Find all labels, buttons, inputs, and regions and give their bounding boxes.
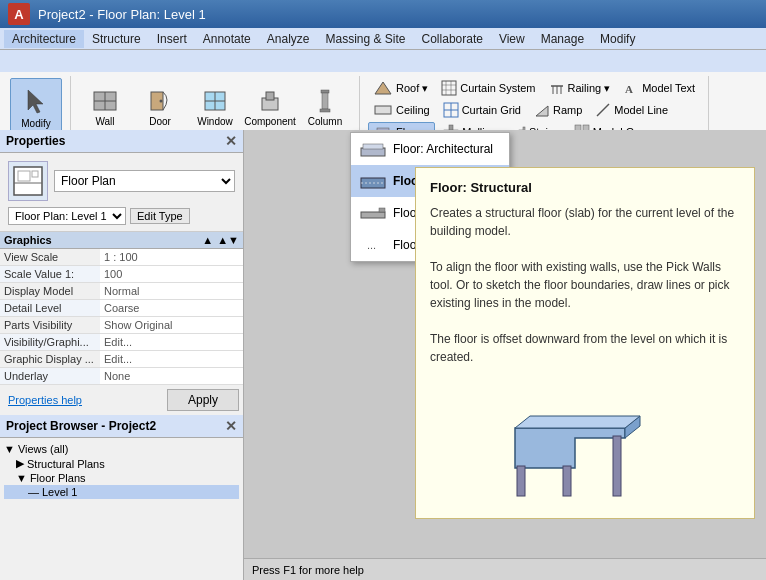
left-panel: Properties ✕ Floor Plan Floor Plan: Leve… <box>0 130 244 580</box>
svg-text:...: ... <box>367 239 376 251</box>
svg-rect-15 <box>442 81 456 95</box>
floor-plan-icon <box>8 161 48 201</box>
curtain-grid-button[interactable]: Curtain Grid <box>438 100 526 120</box>
svg-rect-46 <box>361 212 385 218</box>
model-text-button[interactable]: A Model Text <box>618 78 700 98</box>
properties-table: View Scale1 : 100Scale Value 1:100Displa… <box>0 249 243 385</box>
browser-content: ▼ Views (all)▶ Structural Plans▼ Floor P… <box>0 438 243 580</box>
svg-marker-49 <box>515 428 625 468</box>
table-row: Scale Value 1:100 <box>0 266 243 283</box>
properties-header: Properties ✕ <box>0 130 243 153</box>
curtain-system-button[interactable]: Curtain System <box>436 78 540 98</box>
roof-button[interactable]: Roof ▾ <box>368 78 433 98</box>
svg-marker-14 <box>375 82 391 94</box>
tooltip-body: Creates a structural floor (slab) for th… <box>430 204 740 366</box>
menu-modify[interactable]: Modify <box>592 30 643 48</box>
menu-massing[interactable]: Massing & Site <box>317 30 413 48</box>
properties-footer: Properties help Apply <box>0 385 243 415</box>
menu-architecture[interactable]: Architecture <box>4 30 84 48</box>
window-button[interactable]: Window <box>189 78 241 136</box>
tooltip-image <box>430 378 740 508</box>
table-row: UnderlayNone <box>0 368 243 385</box>
svg-rect-50 <box>517 466 525 496</box>
svg-rect-12 <box>322 93 328 109</box>
properties-help-link[interactable]: Properties help <box>4 391 86 409</box>
menu-bar: Architecture Structure Insert Annotate A… <box>0 28 766 50</box>
svg-rect-13 <box>320 109 330 112</box>
title-bar: A Project2 - Floor Plan: Level 1 <box>0 0 766 28</box>
ramp-button[interactable]: Ramp <box>529 100 587 120</box>
app-title: Project2 - Floor Plan: Level 1 <box>38 7 206 22</box>
menu-analyze[interactable]: Analyze <box>259 30 318 48</box>
list-item[interactable]: ▼ Floor Plans <box>4 471 239 485</box>
svg-rect-11 <box>321 90 329 93</box>
menu-insert[interactable]: Insert <box>149 30 195 48</box>
table-row: Visibility/Graphi...Edit... <box>0 334 243 351</box>
menu-manage[interactable]: Manage <box>533 30 592 48</box>
properties-close-button[interactable]: ✕ <box>225 133 237 149</box>
browser-header: Project Browser - Project2 ✕ <box>0 415 243 438</box>
list-item[interactable]: ▼ Views (all) <box>4 442 239 456</box>
prop-type-selector: Floor Plan <box>4 157 239 205</box>
menu-annotate[interactable]: Annotate <box>195 30 259 48</box>
level-select[interactable]: Floor Plan: Level 1 <box>8 207 126 225</box>
tooltip-panel: Floor: Structural Creates a structural f… <box>415 167 755 519</box>
wall-button[interactable]: Wall <box>79 78 131 136</box>
railing-button[interactable]: Railing ▾ <box>544 78 616 98</box>
graphics-scroll-down[interactable]: ▼ <box>228 234 239 246</box>
modify-button[interactable]: Modify <box>10 78 62 136</box>
ceiling-button[interactable]: Ceiling <box>368 100 435 120</box>
tooltip-title: Floor: Structural <box>430 178 740 198</box>
table-row: View Scale1 : 100 <box>0 249 243 266</box>
list-item[interactable]: ▶ Structural Plans <box>4 456 239 471</box>
column-button[interactable]: Column <box>299 78 351 136</box>
table-row: Parts VisibilityShow Original <box>0 317 243 334</box>
table-row: Display ModelNormal <box>0 283 243 300</box>
graphics-scroll-up[interactable]: ▲ <box>217 234 228 246</box>
svg-line-30 <box>597 104 609 116</box>
edit-type-button[interactable]: Edit Type <box>130 208 190 224</box>
floor-plan-type-select[interactable]: Floor Plan <box>54 170 235 192</box>
model-line-button[interactable]: Model Line <box>590 100 673 120</box>
svg-rect-52 <box>613 436 621 496</box>
apply-button[interactable]: Apply <box>167 389 239 411</box>
svg-rect-51 <box>563 466 571 496</box>
app-logo: A <box>8 3 30 25</box>
table-row: Detail LevelCoarse <box>0 300 243 317</box>
component-button[interactable]: Component <box>244 78 296 136</box>
floor-architectural-item[interactable]: Floor: Architectural <box>351 133 509 165</box>
menu-view[interactable]: View <box>491 30 533 48</box>
graphics-expand-icon[interactable]: ▲ <box>202 234 213 246</box>
svg-point-5 <box>160 99 163 102</box>
svg-text:A: A <box>625 83 633 95</box>
svg-rect-47 <box>379 208 385 212</box>
graphics-header: Graphics <box>4 234 202 246</box>
svg-rect-43 <box>363 144 383 149</box>
svg-marker-29 <box>536 106 548 116</box>
door-button[interactable]: Door <box>134 78 186 136</box>
svg-marker-54 <box>515 416 640 428</box>
svg-rect-10 <box>266 92 274 100</box>
properties-type-section: Floor Plan Floor Plan: Level 1 Edit Type <box>0 153 243 232</box>
table-row: Graphic Display ...Edit... <box>0 351 243 368</box>
list-item[interactable]: — Level 1 <box>4 485 239 499</box>
menu-collaborate[interactable]: Collaborate <box>414 30 491 48</box>
project-browser-section: Project Browser - Project2 ✕ ▼ Views (al… <box>0 415 243 580</box>
svg-rect-25 <box>375 106 391 114</box>
menu-structure[interactable]: Structure <box>84 30 149 48</box>
status-bar: Press F1 for more help <box>244 558 766 580</box>
svg-marker-0 <box>28 90 43 113</box>
browser-close-button[interactable]: ✕ <box>225 418 237 434</box>
ribbon-tabs <box>0 50 766 72</box>
level-row: Floor Plan: Level 1 Edit Type <box>4 205 239 227</box>
